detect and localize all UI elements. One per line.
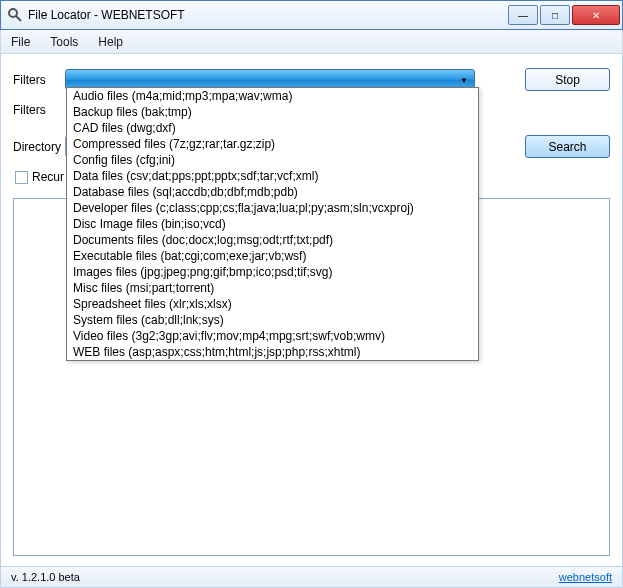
dropdown-item[interactable]: Executable files (bat;cgi;com;exe;jar;vb…: [67, 248, 478, 264]
dropdown-item[interactable]: Video files (3g2;3gp;avi;flv;mov;mp4;mpg…: [67, 328, 478, 344]
dropdown-item[interactable]: Misc files (msi;part;torrent): [67, 280, 478, 296]
menubar: File Tools Help: [0, 30, 623, 54]
directory-label: Directory: [13, 140, 65, 154]
menu-help[interactable]: Help: [98, 35, 123, 49]
dropdown-item[interactable]: Documents files (doc;docx;log;msg;odt;rt…: [67, 232, 478, 248]
dropdown-item[interactable]: Compressed files (7z;gz;rar;tar.gz;zip): [67, 136, 478, 152]
window-title: File Locator - WEBNETSOFT: [28, 8, 508, 22]
stop-button[interactable]: Stop: [525, 68, 610, 91]
dropdown-item[interactable]: Audio files (m4a;mid;mp3;mpa;wav;wma): [67, 88, 478, 104]
dropdown-item[interactable]: Spreadsheet files (xlr;xls;xlsx): [67, 296, 478, 312]
dropdown-item[interactable]: Database files (sql;accdb;db;dbf;mdb;pdb…: [67, 184, 478, 200]
filters-label-1: Filters: [13, 73, 65, 87]
dropdown-item[interactable]: System files (cab;dll;lnk;sys): [67, 312, 478, 328]
filters-label-2: Filters: [13, 103, 65, 117]
minimize-button[interactable]: —: [508, 5, 538, 25]
filters-dropdown-list[interactable]: Audio files (m4a;mid;mp3;mpa;wav;wma)Bac…: [66, 87, 479, 361]
svg-point-0: [9, 9, 17, 17]
dropdown-item[interactable]: Config files (cfg;ini): [67, 152, 478, 168]
recursive-label: Recur: [32, 170, 64, 184]
statusbar: v. 1.2.1.0 beta webnetsoft: [0, 566, 623, 588]
dropdown-item[interactable]: WEB files (asp;aspx;css;htm;html;js;jsp;…: [67, 344, 478, 360]
dropdown-item[interactable]: Disc Image files (bin;iso;vcd): [67, 216, 478, 232]
content-area: Filters Stop Filters Directory Search Re…: [0, 54, 623, 566]
window-controls: — □ ✕: [508, 5, 620, 25]
titlebar[interactable]: File Locator - WEBNETSOFT — □ ✕: [0, 0, 623, 30]
app-icon: [7, 7, 23, 23]
version-label: v. 1.2.1.0 beta: [11, 571, 80, 583]
webnetsoft-link[interactable]: webnetsoft: [559, 571, 612, 583]
search-button[interactable]: Search: [525, 135, 610, 158]
dropdown-item[interactable]: Images files (jpg;jpeg;png;gif;bmp;ico;p…: [67, 264, 478, 280]
dropdown-item[interactable]: CAD files (dwg;dxf): [67, 120, 478, 136]
menu-tools[interactable]: Tools: [50, 35, 78, 49]
menu-file[interactable]: File: [11, 35, 30, 49]
svg-line-1: [16, 16, 21, 21]
dropdown-item[interactable]: Backup files (bak;tmp): [67, 104, 478, 120]
maximize-button[interactable]: □: [540, 5, 570, 25]
dropdown-item[interactable]: Data files (csv;dat;pps;ppt;pptx;sdf;tar…: [67, 168, 478, 184]
recursive-checkbox[interactable]: [15, 171, 28, 184]
dropdown-item[interactable]: Developer files (c;class;cpp;cs;fla;java…: [67, 200, 478, 216]
close-button[interactable]: ✕: [572, 5, 620, 25]
